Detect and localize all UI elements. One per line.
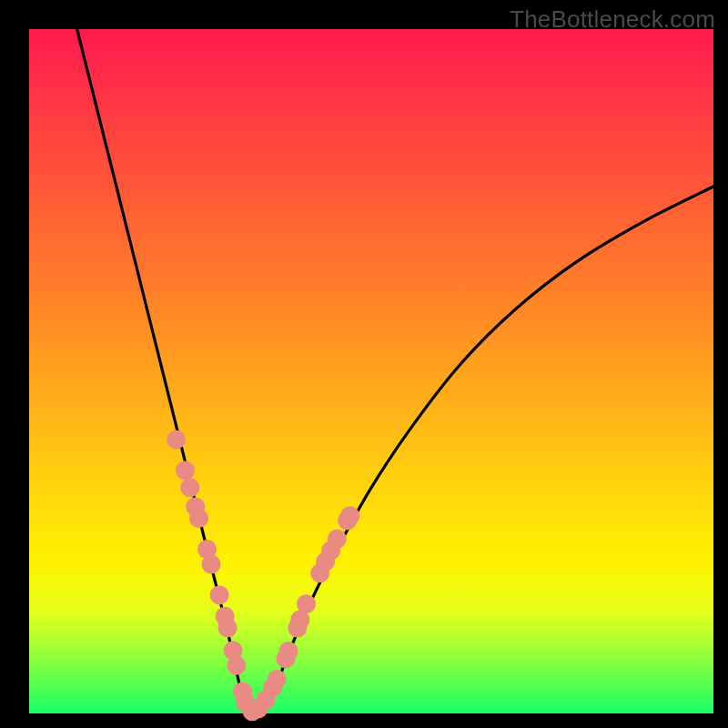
marker-dot bbox=[328, 530, 347, 549]
curve-svg bbox=[29, 29, 713, 713]
marker-dot bbox=[268, 670, 287, 689]
marker-dot bbox=[189, 509, 208, 528]
marker-dot bbox=[340, 506, 359, 525]
chart-stage: TheBottleneck.com bbox=[0, 0, 728, 728]
curve-markers bbox=[167, 430, 359, 722]
marker-dot bbox=[227, 656, 246, 675]
plot-area bbox=[29, 29, 713, 713]
bottleneck-curve bbox=[77, 29, 713, 714]
marker-dot bbox=[279, 642, 298, 661]
marker-dot bbox=[176, 461, 195, 480]
marker-dot bbox=[202, 555, 221, 574]
marker-dot bbox=[180, 478, 199, 497]
marker-dot bbox=[210, 585, 229, 604]
marker-dot bbox=[218, 619, 238, 638]
marker-dot bbox=[167, 430, 186, 450]
marker-dot bbox=[297, 594, 316, 613]
